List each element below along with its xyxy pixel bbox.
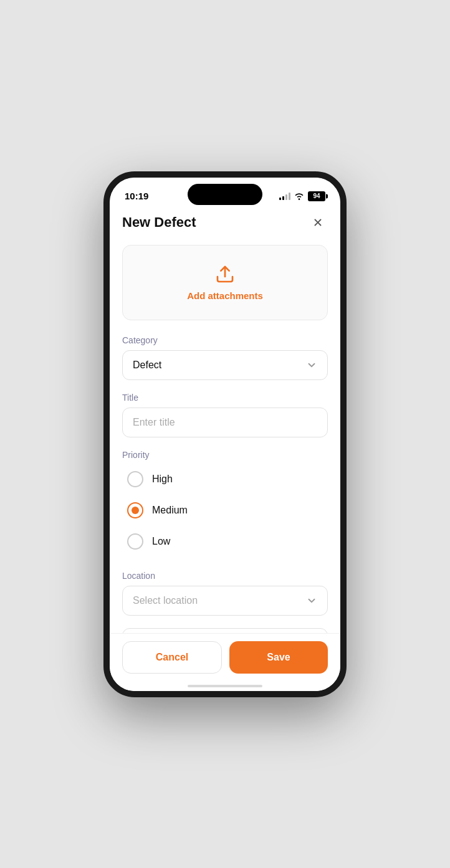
category-select[interactable]: Defect bbox=[122, 350, 328, 380]
radio-low-circle bbox=[127, 533, 143, 550]
location-select[interactable]: Select location bbox=[122, 586, 328, 616]
priority-section: Priority High Medium Low bbox=[122, 450, 328, 556]
battery-level: 94 bbox=[313, 193, 320, 199]
page-title: New Defect bbox=[122, 214, 196, 231]
radio-medium-circle bbox=[127, 502, 143, 518]
battery-indicator: 94 bbox=[308, 191, 325, 201]
signal-bars-icon bbox=[279, 193, 290, 200]
form-content: New Defect Add attachments bbox=[110, 207, 340, 635]
category-value: Defect bbox=[133, 360, 161, 371]
priority-low[interactable]: Low bbox=[122, 527, 328, 556]
location-chevron-icon bbox=[306, 595, 317, 606]
title-input[interactable] bbox=[122, 408, 328, 437]
radio-low-label: Low bbox=[152, 536, 170, 547]
add-attachments-button[interactable]: Add attachments bbox=[122, 245, 328, 320]
location-section: Location Select location Sub location 1 bbox=[122, 571, 328, 635]
location-label: Location bbox=[122, 571, 328, 581]
radio-high-circle bbox=[127, 471, 143, 487]
category-label: Category bbox=[122, 335, 328, 345]
priority-radio-group: High Medium Low bbox=[122, 465, 328, 556]
title-label: Title bbox=[122, 393, 328, 403]
radio-high-label: High bbox=[152, 474, 173, 485]
phone-frame: 10:19 94 New Defect bbox=[103, 171, 347, 697]
priority-label: Priority bbox=[122, 450, 328, 460]
phone-inner: 10:19 94 New Defect bbox=[110, 178, 340, 691]
attachments-label: Add attachments bbox=[187, 290, 263, 301]
cancel-button[interactable]: Cancel bbox=[122, 641, 222, 674]
priority-high[interactable]: High bbox=[122, 465, 328, 494]
save-button[interactable]: Save bbox=[229, 641, 328, 674]
title-section: Title bbox=[122, 393, 328, 450]
upload-icon bbox=[215, 264, 235, 284]
priority-medium[interactable]: Medium bbox=[122, 496, 328, 525]
status-icons: 94 bbox=[279, 191, 325, 201]
radio-medium-label: Medium bbox=[152, 505, 188, 516]
category-section: Category Defect bbox=[122, 335, 328, 380]
dynamic-island bbox=[188, 184, 262, 205]
status-bar: 10:19 94 bbox=[110, 178, 340, 207]
wifi-icon bbox=[294, 193, 304, 200]
home-indicator bbox=[188, 685, 262, 687]
page-header: New Defect bbox=[122, 207, 328, 245]
category-chevron-icon bbox=[306, 360, 317, 371]
status-time: 10:19 bbox=[125, 191, 148, 201]
bottom-actions: Cancel Save bbox=[110, 633, 340, 691]
close-button[interactable] bbox=[308, 212, 328, 232]
location-placeholder: Select location bbox=[133, 595, 198, 606]
